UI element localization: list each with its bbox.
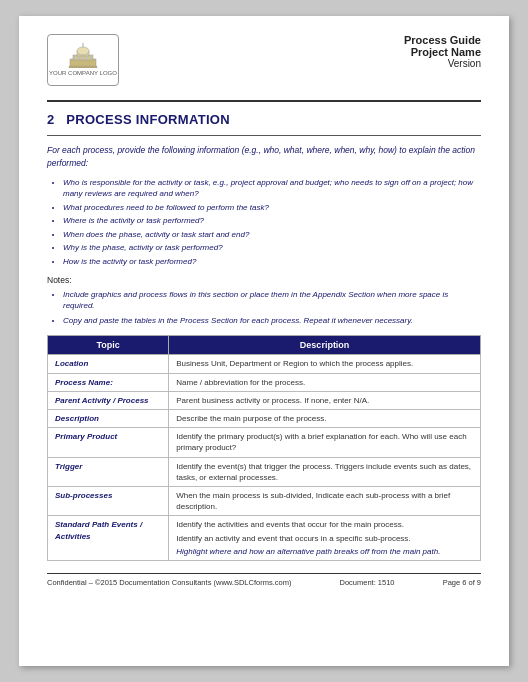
desc-process-name: Name / abbreviation for the process. [169, 373, 481, 391]
project-name: Project Name [404, 46, 481, 58]
svg-rect-6 [78, 56, 80, 60]
section-title-text: Process Information [66, 112, 230, 127]
topic-trigger: Trigger [48, 457, 169, 486]
topic-process-name: Process Name: [48, 373, 169, 391]
svg-rect-8 [86, 56, 88, 60]
table-row: Description Describe the main purpose of… [48, 410, 481, 428]
page: YOUR COMPANY LOGO Process Guide Project … [19, 16, 509, 666]
desc-parent-activity: Parent business activity or process. If … [169, 391, 481, 409]
svg-rect-7 [82, 56, 84, 60]
guide-label: Process Guide [404, 34, 481, 46]
desc-standard-path: Identify the activities and events that … [169, 516, 481, 561]
desc-primary-product: Identify the primary product(s) with a b… [169, 428, 481, 457]
section-divider [47, 135, 481, 136]
table-row: Sub-processes When the main process is s… [48, 486, 481, 515]
section-title: 2 Process Information [47, 112, 481, 127]
top-divider [47, 100, 481, 102]
bullet-2: What procedures need to be followed to p… [63, 202, 481, 214]
table-row: Trigger Identify the event(s) that trigg… [48, 457, 481, 486]
footer-divider [47, 573, 481, 574]
standard-path-line-3: Highlight where and how an alternative p… [176, 546, 473, 557]
desc-trigger: Identify the event(s) that trigger the p… [169, 457, 481, 486]
footer-document: Document: 1510 [339, 578, 394, 587]
bullet-3: Where is the activity or task performed? [63, 215, 481, 227]
header: YOUR COMPANY LOGO Process Guide Project … [47, 34, 481, 86]
desc-description: Describe the main purpose of the process… [169, 410, 481, 428]
topic-description: Description [48, 410, 169, 428]
svg-rect-10 [69, 66, 97, 68]
logo-text: YOUR COMPANY LOGO [49, 70, 117, 77]
desc-sub-processes: When the main process is sub-divided, In… [169, 486, 481, 515]
bullet-5: Why is the phase, activity or task perfo… [63, 242, 481, 254]
standard-path-line-1: Identify the activities and events that … [176, 519, 473, 530]
bullet-4: When does the phase, activity or task st… [63, 229, 481, 241]
logo: YOUR COMPANY LOGO [47, 34, 119, 86]
table-header-row: Topic Description [48, 336, 481, 355]
logo-icon [67, 42, 99, 68]
desc-location: Business Unit, Department or Region to w… [169, 355, 481, 373]
table-row: Primary Product Identify the primary pro… [48, 428, 481, 457]
topic-sub-processes: Sub-processes [48, 486, 169, 515]
footer-page: Page 6 of 9 [443, 578, 481, 587]
svg-point-3 [77, 47, 89, 55]
col-description: Description [169, 336, 481, 355]
intro-text: For each process, provide the following … [47, 144, 481, 170]
section-number: 2 [47, 112, 55, 127]
note-2: Copy and paste the tables in the Process… [63, 315, 481, 327]
svg-rect-9 [90, 56, 92, 60]
topic-primary-product: Primary Product [48, 428, 169, 457]
process-table: Topic Description Location Business Unit… [47, 335, 481, 560]
notes-label: Notes: [47, 275, 481, 285]
header-right: Process Guide Project Name Version [404, 34, 481, 69]
footer: Confidential – ©2015 Documentation Consu… [47, 578, 481, 587]
table-row: Process Name: Name / abbreviation for th… [48, 373, 481, 391]
footer-confidential: Confidential – ©2015 Documentation Consu… [47, 578, 291, 587]
standard-path-line-2: Identify an activity and event that occu… [176, 533, 473, 544]
note-1: Include graphics and process flows in th… [63, 289, 481, 312]
bullets-list: Who is responsible for the activity or t… [63, 177, 481, 268]
topic-parent-activity: Parent Activity / Process [48, 391, 169, 409]
notes-bullets: Include graphics and process flows in th… [63, 289, 481, 327]
table-row: Location Business Unit, Department or Re… [48, 355, 481, 373]
svg-rect-5 [74, 56, 76, 60]
version-label: Version [404, 58, 481, 69]
bullet-6: How is the activity or task performed? [63, 256, 481, 268]
bullet-1: Who is responsible for the activity or t… [63, 177, 481, 200]
table-row: Standard Path Events / Activities Identi… [48, 516, 481, 561]
col-topic: Topic [48, 336, 169, 355]
topic-standard-path: Standard Path Events / Activities [48, 516, 169, 561]
topic-location: Location [48, 355, 169, 373]
table-row: Parent Activity / Process Parent busines… [48, 391, 481, 409]
